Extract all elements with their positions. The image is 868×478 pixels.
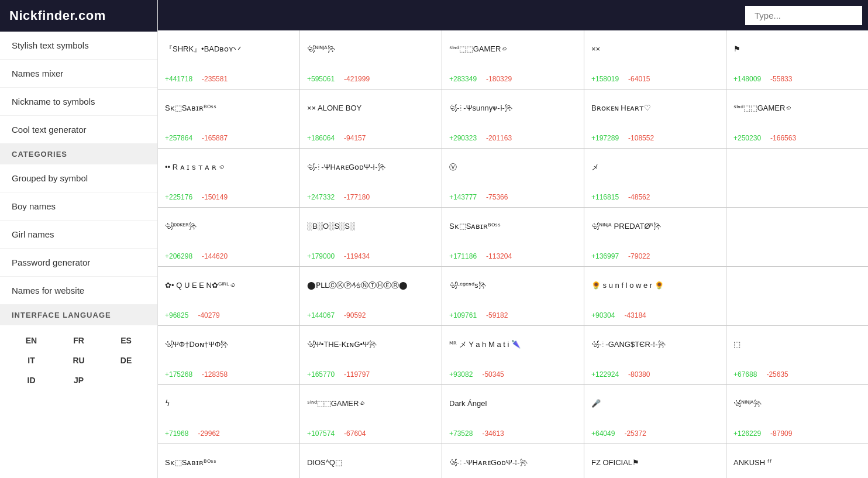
card-stat-negative: -50345: [482, 370, 504, 379]
card-nickname: FZ OFICIAL⚑: [591, 452, 719, 473]
nickname-card[interactable]: ⬤ⱣⅬⅬⒸⓀⓅ⅍ⓃⓉⒽⒺⓇ⬤+144067-90592: [300, 267, 442, 325]
nickname-card[interactable]: ꧁ᴺᴵᴺᴶᴬ꧂+126229-87909: [726, 385, 868, 443]
nickname-card[interactable]: ˢᴵⁿᵈ⬚⬚GAMER꩜+283349-180329: [442, 30, 584, 89]
language-option[interactable]: RU: [57, 352, 101, 369]
sidebar-nav-item[interactable]: Cool text generator: [0, 116, 157, 144]
language-grid: ENFRESITRUDEIDJP: [9, 332, 148, 388]
nickname-card[interactable]: ˢᴵⁿᵈ⬚⬚GAMER꩜+250230-166563: [726, 90, 868, 148]
nickname-card[interactable]: 🎤+64049-25372: [584, 385, 726, 443]
nickname-card[interactable]: ⚑ +148009-55833: [726, 30, 868, 89]
nickname-card[interactable]: ꧁ΨΦ†Dᴏɴ†ΨΦ꧂+175268-128358: [158, 326, 299, 384]
card-stat-positive: +186064: [307, 134, 335, 142]
sidebar-category-item[interactable]: Names for website: [0, 277, 157, 305]
card-nickname: [733, 275, 861, 296]
card-stat-positive: +179000: [307, 252, 335, 260]
nickname-card[interactable]: 『SHRK』•BADʙᴏʏ丷+441718-235581: [158, 30, 299, 89]
language-option[interactable]: ES: [104, 332, 148, 349]
card-nickname: [733, 157, 861, 178]
nickname-card[interactable]: ꧁ᴸᵉᵍᵉⁿᵈꜱ꧂+109761-59182: [442, 267, 584, 325]
card-stat-negative: -235581: [202, 75, 228, 83]
card-stat-positive: +247332: [307, 193, 335, 201]
card-stat-negative: -75366: [486, 193, 508, 201]
sidebar-category-item[interactable]: Boy names: [0, 192, 157, 221]
card-stat-negative: -25635: [766, 370, 788, 379]
card-nickname: ⬚: [733, 334, 861, 355]
sidebar-nav-item[interactable]: Names mixer: [0, 60, 157, 88]
card-nickname: ꧁ᴶ⁰⁰ᴷᴱᴿ꧂: [165, 216, 292, 237]
nickname-card[interactable]: ꧁-⁞-Ψsunnyᴪ-⁞-꧂+290323-201163: [442, 90, 584, 148]
card-stat-negative: -119797: [344, 370, 370, 379]
nickname-card[interactable]: ⬚+67688-25635: [726, 326, 868, 384]
site-title[interactable]: Nickfinder.com: [0, 0, 157, 32]
card-nickname: [733, 216, 861, 237]
interface-language-header: INTERFACE LANGUAGE: [0, 305, 157, 325]
card-stat-positive: +283349: [449, 75, 477, 83]
language-option[interactable]: EN: [9, 332, 53, 349]
card-nickname: 🌻 s u n f l o w e r 🌻: [591, 275, 719, 296]
card-stat-negative: -79022: [628, 252, 650, 260]
language-option[interactable]: JP: [57, 372, 101, 388]
card-stat-positive: +197289: [591, 134, 619, 142]
nickname-card[interactable]: [726, 267, 868, 325]
card-stat-negative: -421999: [344, 75, 370, 83]
nickname-card[interactable]: ×× +158019-64015: [584, 30, 726, 89]
nickname-card[interactable]: ˢᴵⁿᵈ⬚⬚GAMER꩜+107574-67604: [300, 385, 442, 443]
language-section: ENFRESITRUDEIDJP: [0, 325, 157, 396]
nickname-card[interactable]: ꧁Ψ•THE-KɪɴG•Ψ꧂+165770-119797: [300, 326, 442, 384]
card-stat-negative: -64015: [628, 75, 650, 83]
card-stat-positive: +175268: [165, 370, 192, 379]
sidebar-nav-item[interactable]: Nickname to symbols: [0, 88, 157, 116]
card-stat-positive: +290323: [449, 134, 477, 142]
card-stat-negative: -166563: [770, 134, 796, 142]
card-nickname: ϟ: [165, 393, 292, 414]
nickname-card[interactable]: ANKUSH ᶠᶠ+65605-34760: [726, 444, 868, 478]
nickname-card[interactable]: ✿• Q U E E N✿ᴳᴵᴿᴸ꩜+96825-40279: [158, 267, 299, 325]
nickname-card[interactable]: Dark Ángel+73528-34613: [442, 385, 584, 443]
nickname-card[interactable]: ꧁-⁞-ΨHᴀʀᴇGᴏᴅΨ-⁞-꧂+247332-177180: [300, 149, 442, 207]
nickname-card[interactable]: [726, 149, 868, 207]
language-option[interactable]: DE: [104, 352, 148, 369]
card-nickname: Dark Ángel: [449, 393, 577, 414]
nickname-card[interactable]: Sᴋ⬚Sᴀʙɪʀᴮᴼˢˢ+109414-72192: [158, 444, 299, 478]
language-option[interactable]: ID: [9, 372, 53, 388]
search-input[interactable]: [745, 6, 862, 25]
card-stat-positive: +116815: [591, 193, 619, 201]
nickname-card[interactable]: 🌻 s u n f l o w e r 🌻+90304-43184: [584, 267, 726, 325]
card-stat-positive: +73528: [449, 429, 473, 438]
nickname-card[interactable]: ꧁-⁞-GANG$TЄR-⁞-꧂+122924-80380: [584, 326, 726, 384]
nickname-card[interactable]: Ⓥ+143777-75366: [442, 149, 584, 207]
cards-grid: 『SHRK』•BADʙᴏʏ丷+441718-235581꧁ᴺᴵᴺᴶᴬ꧂+5950…: [158, 30, 868, 478]
sidebar-category-item[interactable]: Grouped by symbol: [0, 164, 157, 192]
card-stat-negative: -113204: [486, 252, 512, 260]
nickname-card[interactable]: DIOSᴬQ⬚+63257-26746: [300, 444, 442, 478]
sidebar-category-item[interactable]: Girl names: [0, 221, 157, 249]
card-stat-positive: +71968: [165, 429, 188, 438]
card-nickname: ꧁ᴺᴵᴺᴶᴬ PREDATØᴿ꧂: [591, 216, 719, 237]
card-nickname: ꧁-⁞-ΨHᴀʀᴇGᴏᴅΨ-⁞-꧂: [307, 157, 435, 178]
sidebar-category-item[interactable]: Password generator: [0, 249, 157, 277]
nickname-card[interactable]: ꧁ᴺᴵᴺᴶᴬ꧂+595061-421999: [300, 30, 442, 89]
nickname-card[interactable]: Sᴋ⬚Sᴀʙɪʀᴮᴼˢˢ+171186-113204: [442, 208, 584, 266]
nickname-card[interactable]: Bʀᴏᴋᴇɴ Hᴇᴀʀᴛ♡+197289-108552: [584, 90, 726, 148]
card-nickname: ꧁-⁞-GANG$TЄR-⁞-꧂: [591, 334, 719, 355]
nickname-card[interactable]: ×× ALONE BOY+186064-94157: [300, 90, 442, 148]
card-stat-positive: +126229: [733, 429, 761, 438]
nickname-card[interactable]: ᴹᴿ メ Y a h M a t i 🌂+93082-50345: [442, 326, 584, 384]
nickname-card[interactable]: FZ OFICIAL⚑+74610-41408: [584, 444, 726, 478]
nickname-card[interactable]: ϟ+71968-29962: [158, 385, 299, 443]
nickname-card[interactable]: メ+116815-48562: [584, 149, 726, 207]
sidebar-nav-item[interactable]: Stylish text symbols: [0, 32, 157, 60]
card-stat-positive: +165770: [307, 370, 335, 379]
nickname-card[interactable]: •• R ᴀ ɪ ꜱ ᴛ ᴀ ʀ ꩜+225176-150149: [158, 149, 299, 207]
card-stat-positive: +90304: [591, 311, 615, 319]
nickname-card[interactable]: ꧁-⁞-ΨHᴀʀᴇGᴏᴅΨ-⁞-꧂+72112-36375: [442, 444, 584, 478]
language-option[interactable]: FR: [57, 332, 101, 349]
nickname-card[interactable]: [726, 208, 868, 266]
card-nickname: ꧁Ψ•THE-KɪɴG•Ψ꧂: [307, 334, 435, 355]
nickname-card[interactable]: ꧁ᴺᴵᴺᴶᴬ PREDATØᴿ꧂+136997-79022: [584, 208, 726, 266]
nickname-card[interactable]: ░B░O░S░S░+179000-119434: [300, 208, 442, 266]
card-stat-positive: +109761: [449, 311, 477, 319]
nickname-card[interactable]: Sᴋ⬚Sᴀʙɪʀᴮᴼˢˢ+257864-165887: [158, 90, 299, 148]
nickname-card[interactable]: ꧁ᴶ⁰⁰ᴷᴱᴿ꧂+206298-144620: [158, 208, 299, 266]
language-option[interactable]: IT: [9, 352, 53, 369]
